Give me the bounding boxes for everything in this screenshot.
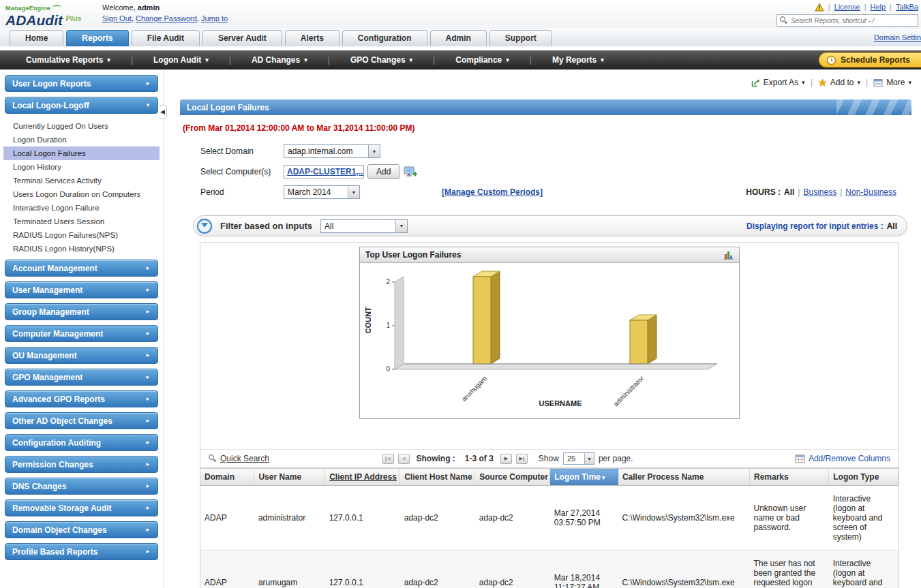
link-help[interactable]: Help xyxy=(870,3,886,11)
sidebar-group-label: Removable Storage Audit xyxy=(12,504,112,513)
sidebar-group-ou-management[interactable]: OU Management► xyxy=(5,347,158,364)
col-logon-time[interactable]: Logon Time▾ xyxy=(550,469,618,486)
sidebar-item-currently-logged-on-users[interactable]: Currently Logged On Users xyxy=(3,119,160,133)
tab-server-audit[interactable]: Server Audit xyxy=(202,30,282,46)
hours-non-business-link[interactable]: Non-Business xyxy=(845,187,896,197)
menu-gpo-changes[interactable]: GPO Changes▾ xyxy=(330,55,433,65)
menu-label: AD Changes xyxy=(252,55,300,65)
sidebar-group-user-management[interactable]: User Management► xyxy=(5,281,158,298)
sidebar-group-label: Computer Management xyxy=(12,329,103,339)
sidebar-item-radius-logon-failures-nps[interactable]: RADIUS Logon Failures(NPS) xyxy=(3,228,160,242)
chevron-right-icon: ► xyxy=(145,548,151,555)
manage-custom-periods-link[interactable]: [Manage Custom Periods] xyxy=(442,187,543,197)
prev-page-button[interactable]: ◀ xyxy=(398,454,410,464)
sidebar-group-label: Account Management xyxy=(12,264,97,273)
link-sign-out[interactable]: Sign Out xyxy=(102,14,132,22)
link-jump-to[interactable]: Jump to xyxy=(201,14,228,22)
tab-admin[interactable]: Admin xyxy=(430,30,487,46)
menu-compliance[interactable]: Compliance▾ xyxy=(435,55,530,65)
sidebar-item-terminated-users-session[interactable]: Terminated Users Session xyxy=(3,215,160,228)
sidebar-group-advanced-gpo-reports[interactable]: Advanced GPO Reports► xyxy=(5,390,158,407)
sidebar-item-interactive-logon-failure[interactable]: Interactive Logon Failure xyxy=(3,201,160,215)
quick-search[interactable]: Quick Search xyxy=(209,454,269,463)
sidebar-item-terminal-services-activity[interactable]: Terminal Services Activity xyxy=(3,174,160,187)
more-button[interactable]: More ▾ xyxy=(873,78,911,87)
col-logon-type[interactable]: Logon Type xyxy=(829,469,899,486)
col-remarks[interactable]: Remarks xyxy=(749,469,828,486)
main-tabs: HomeReportsFile AuditServer AuditAlertsC… xyxy=(10,30,555,46)
schedule-reports-button[interactable]: Schedule Reports xyxy=(819,52,921,67)
sidebar-item-users-logon-duration-on-computers[interactable]: Users Logon Duration on Computers xyxy=(3,187,160,201)
menu-my-reports[interactable]: My Reports▾ xyxy=(532,55,624,65)
add-remove-columns[interactable]: Add/Remove Columns xyxy=(795,454,890,463)
sidebar-group-user-logon-reports[interactable]: User Logon Reports► xyxy=(5,75,158,92)
sidebar-group-configuration-auditing[interactable]: Configuration Auditing► xyxy=(5,434,158,451)
display-info-label: Displaying report for input entries : xyxy=(746,221,884,231)
sidebar-group-profile-based-reports[interactable]: Profile Based Reports► xyxy=(5,543,158,560)
domain-select[interactable]: adap.internal.com ▼ xyxy=(284,144,380,158)
sidebar-group-label: OU Management xyxy=(12,351,77,360)
top-right-utilities: |License|Help|TalkBa xyxy=(776,1,918,27)
brand-logo[interactable]: ManageEngine ADAudit Plus xyxy=(0,0,102,29)
col-user-name[interactable]: User Name xyxy=(254,469,325,486)
first-page-button[interactable]: ◀ xyxy=(382,454,394,464)
sidebar-group-local-logon-logoff[interactable]: Local Logon-Logoff▼ xyxy=(5,97,158,114)
menu-ad-changes[interactable]: AD Changes▾ xyxy=(231,55,328,65)
filter-select[interactable]: All ▼ xyxy=(320,219,408,233)
sidebar-group-permission-changes[interactable]: Permission Changes► xyxy=(5,456,158,473)
tab-support[interactable]: Support xyxy=(489,30,552,46)
sidebar-group-group-management[interactable]: Group Management► xyxy=(5,303,158,320)
sidebar-group-gpo-management[interactable]: GPO Management► xyxy=(5,369,158,386)
report-search-box[interactable] xyxy=(776,14,918,27)
sidebar-group-other-ad-object-changes[interactable]: Other AD Object Changes► xyxy=(5,412,158,429)
tab-file-audit[interactable]: File Audit xyxy=(132,30,200,46)
table-cell: C:\Windows\System32\lsm.exe xyxy=(618,486,749,551)
sidebar-item-logon-duration[interactable]: Logon Duration xyxy=(3,133,160,146)
col-client-ip-address[interactable]: Client IP Address xyxy=(325,469,400,486)
col-label: Logon Time xyxy=(554,472,601,482)
menu-cumulative-reports[interactable]: Cumulative Reports▾ xyxy=(5,55,131,65)
link-license[interactable]: License xyxy=(834,3,860,11)
table-cell: adap-dc2 xyxy=(400,551,475,588)
page-size-select[interactable]: 25 ▼ xyxy=(563,452,594,465)
svg-text:COUNT: COUNT xyxy=(364,307,372,333)
link-talkba[interactable]: TalkBa xyxy=(896,3,918,11)
add-computer-button[interactable]: Add xyxy=(367,164,399,179)
tab-home[interactable]: Home xyxy=(10,30,63,46)
sidebar-group-dns-changes[interactable]: DNS Changes► xyxy=(5,478,158,495)
sidebar-group-domain-object-changes[interactable]: Domain Object Changes► xyxy=(5,521,158,538)
col-caller-process-name[interactable]: Caller Process Name xyxy=(618,469,749,486)
sidebar-item-logon-history[interactable]: Logon History xyxy=(3,160,160,174)
sidebar-group-removable-storage-audit[interactable]: Removable Storage Audit► xyxy=(5,499,158,516)
export-as-button[interactable]: Export As ▾ xyxy=(751,78,805,87)
col-source-computer[interactable]: Source Computer xyxy=(475,469,550,486)
sidebar-group-account-management[interactable]: Account Management► xyxy=(5,260,158,277)
warning-icon[interactable] xyxy=(815,3,824,12)
link-change-password[interactable]: Change Password xyxy=(136,14,197,22)
menu-logon-audit[interactable]: Logon Audit▾ xyxy=(133,55,229,65)
sidebar-group-computer-management[interactable]: Computer Management► xyxy=(5,325,158,342)
chevron-down-icon: ▼ xyxy=(395,220,407,232)
add-to-button[interactable]: Add to ▾ xyxy=(818,78,860,87)
chevron-right-icon: ► xyxy=(145,505,151,511)
period-select[interactable]: March 2014 ▼ xyxy=(284,185,360,199)
tab-alerts[interactable]: Alerts xyxy=(285,30,339,46)
sidebar-collapse-handle[interactable]: ◀ xyxy=(159,105,167,119)
sidebar-item-local-logon-failures[interactable]: Local Logon Failures xyxy=(3,146,160,160)
sidebar-item-radius-logon-history-nps[interactable]: RADIUS Logon History(NPS) xyxy=(3,242,160,256)
computers-input[interactable]: ADAP-CLUSTER1,... xyxy=(284,165,364,179)
star-icon xyxy=(818,78,827,87)
hours-business-link[interactable]: Business xyxy=(803,187,836,197)
col-label: Caller Process Name xyxy=(622,472,704,482)
domain-settings-link[interactable]: Domain Settin xyxy=(874,33,921,42)
menu-label: My Reports xyxy=(552,55,597,65)
search-input[interactable] xyxy=(791,17,915,25)
next-page-button[interactable]: ▶ xyxy=(500,454,512,464)
col-domain[interactable]: Domain xyxy=(200,469,254,486)
chart-type-icon[interactable] xyxy=(723,250,734,260)
col-client-host-name[interactable]: Client Host Name xyxy=(400,469,475,486)
last-page-button[interactable]: ▶ xyxy=(516,454,528,464)
tab-reports[interactable]: Reports xyxy=(66,30,128,46)
select-computer-icon[interactable] xyxy=(404,166,418,178)
tab-configuration[interactable]: Configuration xyxy=(342,30,427,46)
